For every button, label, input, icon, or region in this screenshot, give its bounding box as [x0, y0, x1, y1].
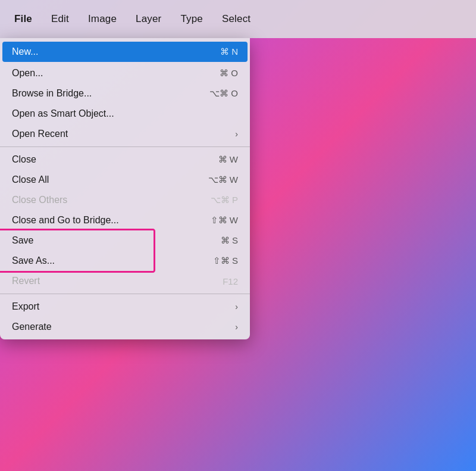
menu-item-label-new: New...	[12, 46, 38, 57]
menu-item-label-open: Open...	[12, 68, 43, 79]
menu-item-shortcut-new: ⌘ N	[220, 46, 238, 57]
menu-item-label-close: Close	[12, 154, 36, 165]
menu-item-label-close-others: Close Others	[12, 195, 67, 205]
menu-item-label-open-smart: Open as Smart Object...	[12, 108, 114, 119]
menu-item-arrow-generate: ›	[235, 322, 238, 332]
menu-item-open[interactable]: Open...⌘ O	[0, 63, 250, 83]
menu-item-shortcut-open: ⌘ O	[220, 68, 238, 79]
menu-item-label-generate: Generate	[12, 322, 52, 332]
menu-item-browse-bridge[interactable]: Browse in Bridge...⌥⌘ O	[0, 83, 250, 104]
menu-item-shortcut-browse-bridge: ⌥⌘ O	[209, 88, 238, 99]
menu-item-shortcut-close-bridge: ⇧⌘ W	[211, 215, 238, 226]
menu-item-shortcut-close: ⌘ W	[218, 154, 238, 165]
menubar-item-edit[interactable]: Edit	[43, 10, 77, 29]
menu-item-close-others: Close Others⌥⌘ P	[0, 190, 250, 210]
menu-divider	[0, 146, 250, 147]
menu-divider	[0, 294, 250, 294]
menu-item-label-export: Export	[12, 301, 39, 312]
menu-item-close-bridge[interactable]: Close and Go to Bridge...⇧⌘ W	[0, 210, 250, 230]
menu-item-generate[interactable]: Generate›	[0, 317, 250, 337]
menu-item-label-open-recent: Open Recent	[12, 129, 68, 139]
menubar-item-layer[interactable]: Layer	[127, 10, 170, 29]
menu-item-shortcut-revert: F12	[223, 276, 238, 286]
menu-item-label-close-bridge: Close and Go to Bridge...	[12, 215, 119, 226]
menu-item-open-smart[interactable]: Open as Smart Object...	[0, 104, 250, 124]
menu-item-revert: RevertF12	[0, 271, 250, 291]
menu-item-shortcut-save: ⌘ S	[221, 235, 238, 246]
menubar: File Edit Image Layer Type Select	[0, 0, 476, 38]
menu-item-arrow-open-recent: ›	[235, 129, 238, 139]
menu-item-shortcut-close-others: ⌥⌘ P	[211, 195, 238, 205]
menu-item-save[interactable]: Save⌘ S	[0, 230, 250, 251]
menubar-item-select[interactable]: Select	[214, 10, 259, 29]
menu-item-shortcut-close-all: ⌥⌘ W	[208, 174, 238, 185]
menu-item-new[interactable]: New...⌘ N	[2, 42, 248, 62]
menubar-item-type[interactable]: Type	[172, 10, 211, 29]
menu-item-label-save: Save	[12, 235, 33, 246]
menu-item-shortcut-save-as: ⇧⌘ S	[213, 255, 238, 266]
menu-item-open-recent[interactable]: Open Recent›	[0, 124, 250, 144]
menu-item-close-all[interactable]: Close All⌥⌘ W	[0, 170, 250, 190]
menu-item-arrow-export: ›	[235, 302, 238, 311]
menu-item-close[interactable]: Close⌘ W	[0, 149, 250, 170]
menubar-item-image[interactable]: Image	[80, 10, 125, 29]
menu-item-label-revert: Revert	[12, 276, 40, 286]
menu-item-label-save-as: Save As...	[12, 255, 55, 266]
menu-item-label-browse-bridge: Browse in Bridge...	[12, 88, 92, 99]
menu-item-export[interactable]: Export›	[0, 297, 250, 317]
menu-item-label-close-all: Close All	[12, 174, 49, 185]
menubar-item-file[interactable]: File	[6, 10, 40, 29]
menu-item-save-as[interactable]: Save As...⇧⌘ S	[0, 251, 250, 271]
file-dropdown-menu: New...⌘ NOpen...⌘ OBrowse in Bridge...⌥⌘…	[0, 38, 250, 339]
